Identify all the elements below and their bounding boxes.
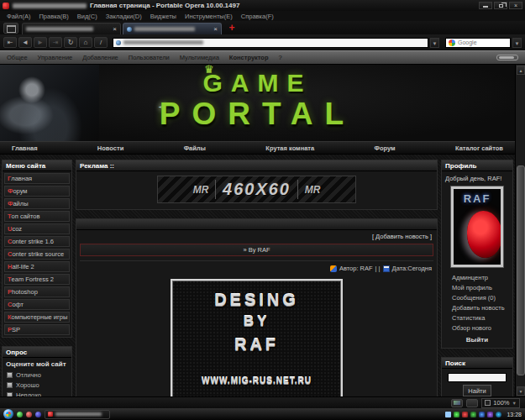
nav-home[interactable]: Главная	[12, 144, 38, 152]
menu-item-home[interactable]: Главная	[4, 173, 70, 184]
vertical-scrollbar[interactable]: ▲ ▼	[515, 65, 525, 396]
menu-item-psp[interactable]: PSP	[4, 324, 70, 335]
zoom-control[interactable]: 100% ▼	[481, 398, 520, 408]
menu-item-css[interactable]: Conter strike source	[4, 249, 70, 260]
minimize-button[interactable]	[479, 2, 492, 9]
nav-files[interactable]: Файлы	[184, 144, 206, 152]
scroll-up-button[interactable]: ▲	[517, 66, 525, 75]
poll-option[interactable]: Отлично	[3, 370, 71, 380]
menu-item-forum[interactable]: Форум	[4, 186, 70, 197]
poll-title: Опрос	[3, 347, 71, 358]
search-input[interactable]: Google	[445, 38, 511, 48]
nav-forum[interactable]: Форум	[375, 144, 396, 152]
tray-icon[interactable]	[454, 412, 459, 417]
nav-cool-room[interactable]: Крутая комната	[265, 144, 314, 152]
quick-launch-icon[interactable]	[26, 412, 32, 417]
tray-icon[interactable]	[470, 412, 476, 417]
menu-view[interactable]: Вид(C)	[77, 13, 97, 20]
site-search-input[interactable]	[448, 373, 507, 382]
news-author[interactable]: Автор: RAF	[339, 265, 373, 272]
tray-icon[interactable]	[487, 412, 493, 417]
menu-help[interactable]: Справка(F)	[241, 13, 274, 20]
menu-item-pc-games[interactable]: Компьютерные игры	[4, 312, 70, 323]
admin-menu-constructor[interactable]: Конструктор	[229, 54, 269, 61]
profile-link-my-profile[interactable]: Мой профиль	[442, 282, 512, 292]
news-item-title[interactable]: » By RAF	[80, 244, 433, 256]
menu-item-ucoz[interactable]: Ucoz	[4, 223, 70, 234]
profile-link-statistics[interactable]: Статистика	[442, 312, 512, 323]
admin-menu-add[interactable]: Добавление	[82, 54, 118, 61]
close-button[interactable]: ×	[509, 2, 522, 9]
title-bar[interactable]: Главная страница - Portable Opera 10.00.…	[0, 0, 525, 11]
nav-site-catalog[interactable]: Каталог сайтов	[455, 144, 503, 152]
image-text-by: BY	[244, 313, 270, 330]
scrollbar-thumb[interactable]	[517, 165, 525, 375]
menu-tools[interactable]: Инструменты(E)	[185, 13, 233, 20]
menu-bookmarks[interactable]: Закладки(D)	[106, 13, 142, 20]
logout-link[interactable]: Выйти	[442, 333, 512, 348]
tray-icon[interactable]	[496, 412, 501, 417]
new-tab-button[interactable]: +	[226, 23, 238, 34]
menu-item-files[interactable]: Файлы	[4, 198, 70, 209]
menu-item-tf2[interactable]: Team Fortress 2	[4, 274, 70, 285]
tray-icon[interactable]	[445, 412, 451, 417]
tab-close-icon[interactable]: ×	[213, 26, 218, 33]
tab-active[interactable]: ×	[123, 23, 222, 34]
address-dropdown-button[interactable]: ▼	[430, 38, 439, 48]
profile-link-admincenter[interactable]: Админцентр	[442, 272, 512, 282]
poll-checkbox[interactable]	[7, 372, 13, 378]
reload-button[interactable]: ↻	[64, 37, 77, 48]
menu-item-photoshop[interactable]: Photoshop	[4, 286, 70, 297]
right-sidebar: Профиль Добрый день, RAF! RAF Админцентр…	[441, 160, 513, 396]
menu-item-soft[interactable]: Софт	[4, 299, 70, 310]
back-button[interactable]: ◄	[18, 37, 32, 48]
tray-icon[interactable]	[479, 412, 485, 417]
wand-button[interactable]: /	[94, 37, 108, 48]
quick-launch-icon[interactable]	[17, 412, 23, 417]
tab-close-icon[interactable]: ×	[113, 26, 117, 33]
add-news-link[interactable]: [ Добавить новость ]	[76, 230, 437, 242]
home-button[interactable]: ⌂	[79, 37, 92, 48]
admin-menu-management[interactable]: Управление	[38, 54, 73, 61]
fast-forward-button[interactable]: ⇥	[49, 37, 62, 48]
poll-checkbox[interactable]	[7, 382, 13, 388]
images-toggle-icon[interactable]	[451, 399, 463, 407]
forward-button[interactable]: ►	[34, 37, 47, 48]
menu-edit[interactable]: Правка(B)	[39, 13, 68, 20]
profile-link-add-news[interactable]: Добавить новость	[442, 302, 512, 312]
restore-button[interactable]	[494, 2, 507, 9]
admin-bar-slider[interactable]	[496, 55, 518, 60]
poll-option[interactable]: Неплохо	[3, 390, 71, 396]
menu-item-cs16[interactable]: Conter strike 1.6	[4, 236, 70, 247]
menu-file[interactable]: Файл(A)	[7, 13, 30, 20]
address-bar-input[interactable]	[113, 38, 428, 48]
tray-icon[interactable]	[462, 412, 468, 417]
site-search-button[interactable]: Найти	[463, 385, 491, 396]
panels-toggle-button[interactable]	[3, 23, 18, 34]
admin-menu-users[interactable]: Пользователи	[129, 54, 170, 61]
search-dropdown-button[interactable]: ▼	[512, 38, 522, 48]
admin-menu-help[interactable]: ?	[279, 54, 282, 61]
poll-option[interactable]: Хорошо	[3, 380, 71, 390]
rewind-button[interactable]: ⇤	[3, 37, 17, 48]
ad-banner-460x60[interactable]: MR 460X60 MR	[157, 176, 356, 203]
taskbar-app-button[interactable]	[45, 410, 110, 419]
profile-link-messages[interactable]: Сообщения (0)	[442, 292, 512, 302]
poll-question: Оцените мой сайт	[3, 358, 71, 370]
scroll-down-button[interactable]: ▼	[517, 386, 525, 396]
profile-link-whats-new[interactable]: Обзор нового	[442, 323, 512, 333]
menu-item-hl2[interactable]: Half-life 2	[4, 261, 70, 272]
nav-news[interactable]: Новости	[97, 144, 123, 152]
tab-inactive[interactable]: ×	[22, 23, 121, 34]
quick-launch-icon[interactable]	[35, 412, 41, 417]
start-button[interactable]	[3, 409, 13, 419]
admin-menu-general[interactable]: Общее	[7, 54, 28, 61]
fit-width-icon[interactable]	[466, 399, 478, 407]
profile-block: Профиль Добрый день, RAF! RAF Админцентр…	[441, 160, 513, 349]
admin-menu-multimedia[interactable]: Мультимедиа	[180, 54, 219, 61]
poll-block: Опрос Оцените мой сайт Отлично Хорошо	[2, 346, 72, 396]
menu-widgets[interactable]: Виджеты	[150, 13, 176, 20]
zoom-dropdown-icon[interactable]: ▼	[512, 401, 517, 406]
menu-item-top-sites[interactable]: Топ сайтов	[4, 211, 70, 222]
windows-taskbar: 13:28	[0, 408, 525, 420]
